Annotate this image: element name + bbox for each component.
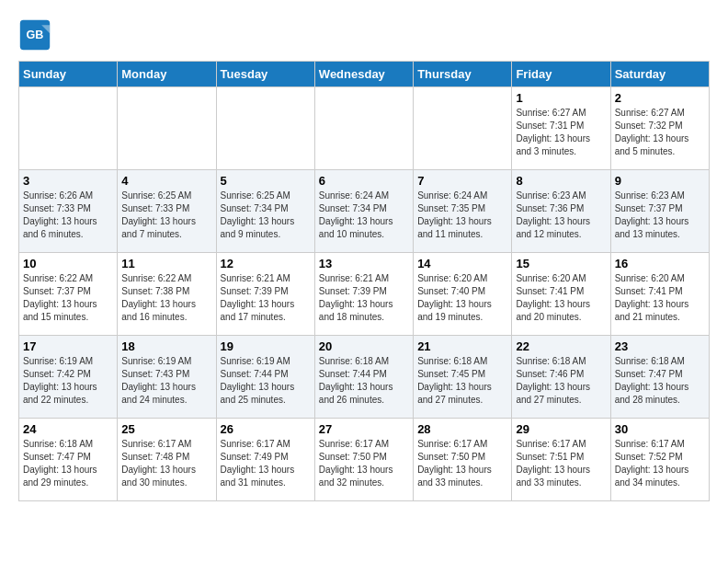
day-cell (19, 87, 118, 170)
day-info: Sunrise: 6:18 AM Sunset: 7:46 PM Dayligh… (516, 355, 606, 407)
day-number: 22 (516, 339, 606, 353)
day-info: Sunrise: 6:17 AM Sunset: 7:49 PM Dayligh… (221, 438, 311, 489)
day-cell: 22Sunrise: 6:18 AM Sunset: 7:46 PM Dayli… (512, 336, 610, 419)
day-info: Sunrise: 6:18 AM Sunset: 7:47 PM Dayligh… (615, 355, 705, 407)
day-cell: 29Sunrise: 6:17 AM Sunset: 7:51 PM Dayli… (512, 419, 610, 501)
week-row-5: 24Sunrise: 6:18 AM Sunset: 7:47 PM Dayli… (19, 419, 710, 501)
header-row: SundayMondayTuesdayWednesdayThursdayFrid… (19, 62, 710, 87)
logo: GB (18, 18, 57, 52)
day-number: 2 (615, 91, 705, 105)
day-number: 8 (516, 174, 606, 188)
day-info: Sunrise: 6:24 AM Sunset: 7:34 PM Dayligh… (319, 190, 409, 241)
day-info: Sunrise: 6:25 AM Sunset: 7:34 PM Dayligh… (221, 190, 311, 241)
day-info: Sunrise: 6:17 AM Sunset: 7:50 PM Dayligh… (319, 438, 409, 489)
header-day-sunday: Sunday (19, 62, 118, 87)
day-info: Sunrise: 6:23 AM Sunset: 7:37 PM Dayligh… (615, 190, 705, 241)
day-number: 25 (121, 422, 211, 436)
day-cell: 11Sunrise: 6:22 AM Sunset: 7:38 PM Dayli… (118, 253, 216, 336)
week-row-1: 1Sunrise: 6:27 AM Sunset: 7:31 PM Daylig… (19, 87, 710, 170)
day-number: 1 (516, 91, 606, 105)
day-number: 15 (516, 257, 606, 270)
header-day-thursday: Thursday (414, 62, 512, 87)
day-number: 24 (23, 422, 113, 436)
day-cell: 5Sunrise: 6:25 AM Sunset: 7:34 PM Daylig… (216, 170, 314, 253)
day-cell (216, 87, 314, 170)
day-cell (118, 87, 216, 170)
day-number: 6 (319, 174, 409, 188)
week-row-4: 17Sunrise: 6:19 AM Sunset: 7:42 PM Dayli… (19, 336, 710, 419)
day-number: 27 (319, 422, 409, 436)
day-cell: 2Sunrise: 6:27 AM Sunset: 7:32 PM Daylig… (610, 87, 709, 170)
day-cell: 16Sunrise: 6:20 AM Sunset: 7:41 PM Dayli… (610, 253, 709, 336)
day-info: Sunrise: 6:20 AM Sunset: 7:41 PM Dayligh… (516, 272, 606, 324)
day-cell: 3Sunrise: 6:26 AM Sunset: 7:33 PM Daylig… (19, 170, 118, 253)
header-day-friday: Friday (512, 62, 610, 87)
day-number: 26 (221, 422, 311, 436)
day-info: Sunrise: 6:19 AM Sunset: 7:43 PM Dayligh… (121, 355, 211, 407)
day-cell: 21Sunrise: 6:18 AM Sunset: 7:45 PM Dayli… (414, 336, 512, 419)
day-number: 16 (615, 257, 705, 270)
day-cell: 17Sunrise: 6:19 AM Sunset: 7:42 PM Dayli… (19, 336, 118, 419)
day-cell: 13Sunrise: 6:21 AM Sunset: 7:39 PM Dayli… (314, 253, 413, 336)
day-cell: 6Sunrise: 6:24 AM Sunset: 7:34 PM Daylig… (314, 170, 413, 253)
day-info: Sunrise: 6:20 AM Sunset: 7:40 PM Dayligh… (417, 272, 507, 324)
day-info: Sunrise: 6:17 AM Sunset: 7:51 PM Dayligh… (516, 438, 606, 489)
day-number: 10 (23, 257, 113, 270)
svg-text:GB: GB (27, 29, 44, 41)
day-info: Sunrise: 6:18 AM Sunset: 7:47 PM Dayligh… (23, 438, 113, 489)
day-cell: 7Sunrise: 6:24 AM Sunset: 7:35 PM Daylig… (414, 170, 512, 253)
day-cell: 20Sunrise: 6:18 AM Sunset: 7:44 PM Dayli… (314, 336, 413, 419)
day-cell: 1Sunrise: 6:27 AM Sunset: 7:31 PM Daylig… (512, 87, 610, 170)
day-info: Sunrise: 6:21 AM Sunset: 7:39 PM Dayligh… (319, 272, 409, 324)
day-number: 19 (221, 339, 311, 353)
day-number: 3 (23, 174, 113, 188)
header-day-monday: Monday (118, 62, 216, 87)
day-cell: 14Sunrise: 6:20 AM Sunset: 7:40 PM Dayli… (414, 253, 512, 336)
day-cell: 19Sunrise: 6:19 AM Sunset: 7:44 PM Dayli… (216, 336, 314, 419)
day-info: Sunrise: 6:24 AM Sunset: 7:35 PM Dayligh… (417, 190, 507, 241)
day-number: 4 (121, 174, 211, 188)
day-cell: 9Sunrise: 6:23 AM Sunset: 7:37 PM Daylig… (610, 170, 709, 253)
header-day-tuesday: Tuesday (216, 62, 314, 87)
day-cell: 8Sunrise: 6:23 AM Sunset: 7:36 PM Daylig… (512, 170, 610, 253)
day-info: Sunrise: 6:27 AM Sunset: 7:31 PM Dayligh… (516, 107, 606, 158)
day-number: 18 (121, 339, 211, 353)
day-info: Sunrise: 6:22 AM Sunset: 7:38 PM Dayligh… (121, 272, 211, 324)
day-number: 12 (221, 257, 311, 270)
day-number: 28 (417, 422, 507, 436)
day-info: Sunrise: 6:21 AM Sunset: 7:39 PM Dayligh… (221, 272, 311, 324)
day-info: Sunrise: 6:18 AM Sunset: 7:45 PM Dayligh… (417, 355, 507, 407)
day-cell: 26Sunrise: 6:17 AM Sunset: 7:49 PM Dayli… (216, 419, 314, 501)
day-cell: 18Sunrise: 6:19 AM Sunset: 7:43 PM Dayli… (118, 336, 216, 419)
day-info: Sunrise: 6:19 AM Sunset: 7:42 PM Dayligh… (23, 355, 113, 407)
day-number: 20 (319, 339, 409, 353)
day-number: 17 (23, 339, 113, 353)
day-info: Sunrise: 6:17 AM Sunset: 7:50 PM Dayligh… (417, 438, 507, 489)
day-cell: 12Sunrise: 6:21 AM Sunset: 7:39 PM Dayli… (216, 253, 314, 336)
day-info: Sunrise: 6:17 AM Sunset: 7:52 PM Dayligh… (615, 438, 705, 489)
day-info: Sunrise: 6:27 AM Sunset: 7:32 PM Dayligh… (615, 107, 705, 158)
day-info: Sunrise: 6:18 AM Sunset: 7:44 PM Dayligh… (319, 355, 409, 407)
day-cell: 24Sunrise: 6:18 AM Sunset: 7:47 PM Dayli… (19, 419, 118, 501)
day-cell: 28Sunrise: 6:17 AM Sunset: 7:50 PM Dayli… (414, 419, 512, 501)
day-number: 9 (615, 174, 705, 188)
day-number: 21 (417, 339, 507, 353)
day-number: 13 (319, 257, 409, 270)
header-day-saturday: Saturday (610, 62, 709, 87)
day-cell: 10Sunrise: 6:22 AM Sunset: 7:37 PM Dayli… (19, 253, 118, 336)
day-cell: 25Sunrise: 6:17 AM Sunset: 7:48 PM Dayli… (118, 419, 216, 501)
day-number: 30 (615, 422, 705, 436)
logo-icon: GB (18, 18, 51, 52)
day-cell: 15Sunrise: 6:20 AM Sunset: 7:41 PM Dayli… (512, 253, 610, 336)
day-cell: 30Sunrise: 6:17 AM Sunset: 7:52 PM Dayli… (610, 419, 709, 501)
day-number: 11 (121, 257, 211, 270)
day-number: 5 (221, 174, 311, 188)
day-cell (314, 87, 413, 170)
day-cell: 27Sunrise: 6:17 AM Sunset: 7:50 PM Dayli… (314, 419, 413, 501)
day-info: Sunrise: 6:25 AM Sunset: 7:33 PM Dayligh… (121, 190, 211, 241)
day-info: Sunrise: 6:20 AM Sunset: 7:41 PM Dayligh… (615, 272, 705, 324)
header: GB (18, 18, 710, 52)
day-cell: 4Sunrise: 6:25 AM Sunset: 7:33 PM Daylig… (118, 170, 216, 253)
day-info: Sunrise: 6:22 AM Sunset: 7:37 PM Dayligh… (23, 272, 113, 324)
day-number: 14 (417, 257, 507, 270)
